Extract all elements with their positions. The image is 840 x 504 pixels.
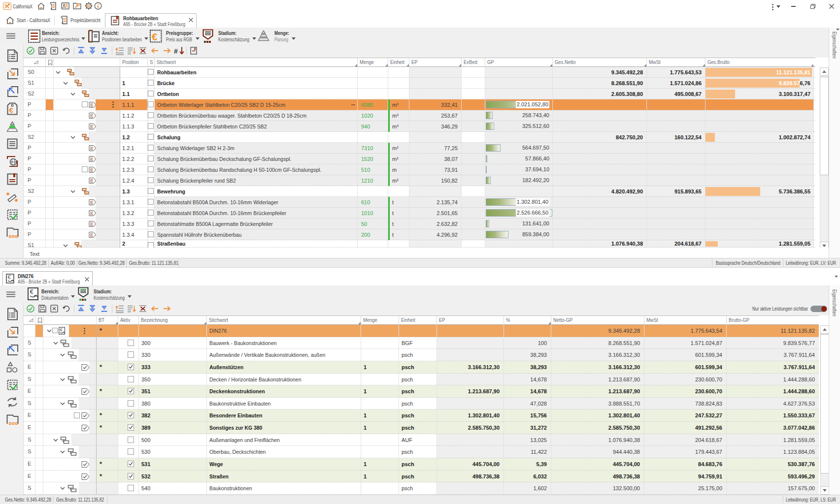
- svg-text:€: €: [8, 274, 11, 280]
- svg-text:€: €: [152, 32, 157, 42]
- svg-text:€: €: [60, 327, 63, 332]
- svg-text:€: €: [9, 106, 14, 114]
- svg-text:€: €: [30, 288, 34, 295]
